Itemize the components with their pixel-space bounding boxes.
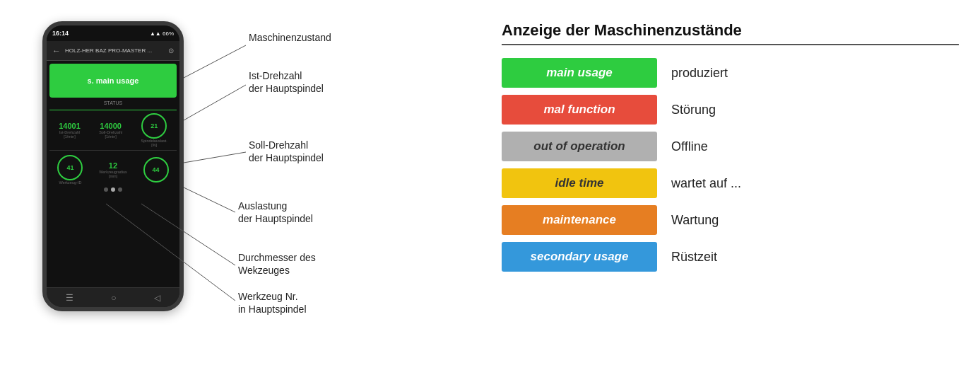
annotation-maschinenzustand-text: Maschinenzustand [249, 32, 331, 43]
phone-settings-icon: ⊙ [168, 47, 174, 54]
annotation-werkzeug-text: Werkzeug Nr.in Hauptspindel [238, 291, 307, 315]
phone-body: s. main usage STATUS 14001 Ist-Drehzahl[… [47, 61, 179, 287]
legend-title: Anzeige der Maschinenzustände [502, 21, 959, 45]
metric-spindel-circle: 21 [141, 113, 167, 139]
metric-soll-drehzahl: 14000 Soll-Drehzahl[1/min] [99, 122, 122, 139]
phone-metrics-row: 14001 Ist-Drehzahl[1/min] 14000 Soll-Dre… [49, 113, 177, 147]
phone-status-green: s. main usage [49, 64, 177, 98]
metric-radius: 12 Werkzeugradius[mm] [99, 161, 127, 178]
svg-line-2 [184, 152, 246, 163]
legend-row: secondary usageRüstzeit [502, 242, 959, 272]
metric-werkzeug-id-label: Werkzeug-ID [59, 180, 81, 185]
legend-badge-4: maintenance [502, 205, 657, 235]
legend-badge-text-3: idle time [555, 176, 604, 190]
annotation-auslastung: Auslastungder Hauptspindel [238, 200, 313, 225]
annotation-soll-drehzahl-text: Soll-Drehzahlder Hauptspindel [249, 139, 324, 163]
dot-1 [104, 187, 108, 192]
legend-badge-text-5: secondary usage [531, 250, 629, 264]
legend-row: main usageproduziert [502, 58, 959, 88]
phone-status-label: STATUS [49, 100, 177, 105]
metric-44: 44 [143, 157, 169, 183]
legend-items: main usageproduziertmal functionStörungo… [502, 58, 959, 272]
annotation-durchmesser: Durchmesser desWekzeuges [238, 251, 316, 277]
legend-desc-2: Offline [671, 139, 708, 154]
annotation-ist-drehzahl-text: Ist-Drehzahlder Hauptspindel [249, 70, 324, 94]
phone-status-text: s. main usage [88, 76, 139, 85]
left-section: 16:14 ▲▲ 66% ← HOLZ-HER BAZ PRO-MASTER .… [21, 14, 459, 356]
phone-time: 16:14 [52, 30, 69, 37]
legend-badge-1: mal function [502, 95, 657, 125]
phone-mockup: 16:14 ▲▲ 66% ← HOLZ-HER BAZ PRO-MASTER .… [42, 21, 184, 311]
legend-desc-1: Störung [671, 103, 716, 117]
legend-badge-text-1: mal function [543, 103, 615, 117]
legend-desc-4: Wartung [671, 213, 719, 228]
svg-line-3 [184, 187, 235, 212]
phone-dots [49, 187, 177, 192]
annotation-auslastung-text: Auslastungder Hauptspindel [238, 200, 313, 224]
phone-divider [49, 110, 177, 110]
annotation-soll-drehzahl: Soll-Drehzahlder Hauptspindel [249, 139, 324, 164]
metric-soll-label: Soll-Drehzahl[1/min] [99, 130, 122, 139]
annotation-durchmesser-text: Durchmesser desWekzeuges [238, 252, 316, 276]
legend-desc-5: Rüstzeit [671, 250, 717, 265]
phone-nav-back-icon: ◁ [154, 293, 160, 303]
dot-2 [111, 187, 115, 192]
phone-nav-home-icon: ○ [111, 293, 116, 303]
phone-title: HOLZ-HER BAZ PRO-MASTER ... [65, 47, 168, 54]
legend-badge-text-2: out of operation [533, 139, 625, 154]
svg-line-1 [184, 85, 246, 120]
legend-row: mal functionStörung [502, 95, 959, 125]
metric-werkzeug-circle: 41 [57, 155, 83, 180]
metric-ist-value: 14001 [59, 122, 81, 130]
legend-badge-2: out of operation [502, 132, 657, 161]
legend-badge-0: main usage [502, 58, 657, 88]
metric-44-circle: 44 [143, 157, 169, 183]
phone-back-icon: ← [52, 46, 61, 56]
legend-badge-5: secondary usage [502, 242, 657, 272]
legend-badge-3: idle time [502, 168, 657, 198]
legend-row: maintenanceWartung [502, 205, 959, 235]
metric-spindel: 21 Spindelauslast.[%] [141, 113, 167, 147]
annotation-maschinenzustand: Maschinenzustand [249, 31, 331, 44]
metric-soll-value: 14000 [100, 122, 122, 130]
phone-nav-menu-icon: ☰ [66, 293, 73, 303]
phone-top-bar: 16:14 ▲▲ 66% [47, 25, 179, 41]
annotation-ist-drehzahl: Ist-Drehzahlder Hauptspindel [249, 69, 324, 95]
right-section: Anzeige der Maschinenzustände main usage… [459, 14, 959, 272]
metric-werkzeug-id: 41 Werkzeug-ID [57, 155, 83, 185]
phone-divider2 [49, 150, 177, 151]
svg-line-0 [184, 45, 246, 78]
dot-3 [118, 187, 122, 192]
phone-signal: ▲▲ 66% [150, 30, 174, 37]
phone-row2: 41 Werkzeug-ID 12 Werkzeugradius[mm] 44 [49, 155, 177, 185]
legend-badge-text-0: main usage [546, 66, 613, 80]
metric-ist-label: Ist-Drehzahl[1/min] [59, 130, 81, 139]
legend-row: out of operationOffline [502, 132, 959, 161]
legend-row: idle timewartet auf ... [502, 168, 959, 198]
legend-desc-3: wartet auf ... [671, 176, 741, 191]
annotation-werkzeug: Werkzeug Nr.in Hauptspindel [238, 290, 307, 316]
phone-bottom-nav: ☰ ○ ◁ [47, 287, 179, 307]
metric-radius-value: 12 [109, 161, 117, 170]
legend-desc-0: produziert [671, 66, 728, 81]
metric-radius-label: Werkzeugradius[mm] [99, 170, 127, 178]
phone-header: ← HOLZ-HER BAZ PRO-MASTER ... ⊙ [47, 41, 179, 61]
metric-spindel-label: Spindelauslast.[%] [141, 139, 167, 147]
metric-ist-drehzahl: 14001 Ist-Drehzahl[1/min] [59, 122, 81, 139]
legend-badge-text-4: maintenance [543, 213, 616, 227]
